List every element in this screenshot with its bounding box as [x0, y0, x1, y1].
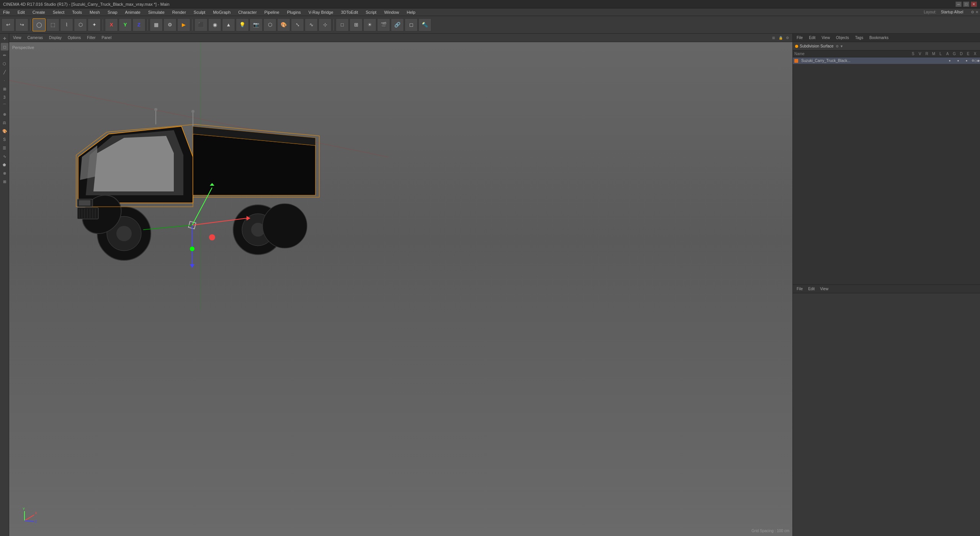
- spline-button[interactable]: ∿: [305, 18, 318, 31]
- close-button[interactable]: ✕: [971, 2, 977, 7]
- menu-vraybridge[interactable]: V-Ray Bridge: [307, 9, 335, 15]
- menu-window[interactable]: Window: [382, 9, 400, 15]
- snap-button[interactable]: 🔗: [391, 18, 404, 31]
- menu-pipeline[interactable]: Pipeline: [263, 9, 281, 15]
- view-menu[interactable]: View: [11, 35, 23, 40]
- sphere-button[interactable]: ◉: [208, 18, 221, 31]
- rectangle-selection-button[interactable]: ⬚: [46, 18, 59, 31]
- viewport-settings[interactable]: ⚙: [785, 35, 790, 41]
- material-button[interactable]: ⬡: [263, 18, 276, 31]
- tool-paint[interactable]: ✏: [1, 51, 8, 59]
- menu-plugins[interactable]: Plugins: [286, 9, 302, 15]
- menu-snap[interactable]: Snap: [106, 9, 119, 15]
- texture-button[interactable]: 🎨: [277, 18, 290, 31]
- scene-bookmarks-tab[interactable]: Bookmarks: [868, 35, 890, 41]
- shading-button[interactable]: □: [336, 18, 349, 31]
- selection-group: ◯ ⬚ ⌇ ⬡ ✦: [33, 18, 101, 31]
- info-button[interactable]: 🔦: [418, 18, 431, 31]
- tool-sculpt[interactable]: ⌒: [1, 102, 8, 109]
- cone-button[interactable]: ▲: [222, 18, 235, 31]
- menu-script[interactable]: Script: [364, 9, 378, 15]
- display-menu[interactable]: Display: [47, 35, 63, 40]
- menu-mograph[interactable]: MoGraph: [211, 9, 232, 15]
- z-axis-button[interactable]: Z: [132, 18, 145, 31]
- tool-select[interactable]: ◻: [1, 43, 8, 51]
- x-axis-button[interactable]: X: [105, 18, 118, 31]
- free-select-button[interactable]: ✦: [88, 18, 101, 31]
- viewport-lock[interactable]: 🔒: [778, 35, 783, 41]
- tool-extra[interactable]: ⬟: [1, 161, 8, 168]
- live-selection-button[interactable]: ◯: [33, 18, 46, 31]
- maximize-button[interactable]: □: [963, 2, 969, 7]
- menu-mesh[interactable]: Mesh: [88, 9, 101, 15]
- nurbs-button[interactable]: ⊹: [318, 18, 332, 31]
- scene-objects-tab[interactable]: Objects: [835, 35, 851, 41]
- menu-simulate[interactable]: Simulate: [147, 9, 166, 15]
- tool-layer[interactable]: ☰: [1, 144, 8, 152]
- tool-spline-tool[interactable]: ∿: [1, 152, 8, 160]
- tool-grid[interactable]: ⊞: [1, 178, 8, 185]
- scene-item-row[interactable]: Subdivision Surface ⚙ ▼: [793, 42, 980, 51]
- attr-view-tab[interactable]: View: [818, 286, 830, 292]
- render-button[interactable]: ▶: [177, 18, 190, 31]
- render-settings-button[interactable]: ⚙: [163, 18, 176, 31]
- viewport-maximize[interactable]: ⊞: [771, 35, 776, 41]
- col-name: Name: [794, 52, 910, 56]
- scene-tags-tab[interactable]: Tags: [854, 35, 865, 41]
- light-button[interactable]: 💡: [236, 18, 249, 31]
- scene-edit-tab[interactable]: Edit: [807, 35, 817, 41]
- filter-menu[interactable]: Filter: [85, 35, 97, 40]
- object-row-truck[interactable]: Suzuki_Carry_Truck_Black... ● ● ● ⚙◻◉⬡▸✕: [793, 57, 980, 64]
- obj-col-r: ●: [963, 59, 970, 62]
- menu-sculpt[interactable]: Sculpt: [192, 9, 207, 15]
- options-menu[interactable]: Options: [66, 35, 82, 40]
- camera-button[interactable]: 📷: [250, 18, 263, 31]
- lasso-selection-button[interactable]: ⌇: [60, 18, 73, 31]
- scene-button[interactable]: 🎬: [377, 18, 390, 31]
- menu-bar: File Edit Create Select Tools Mesh Snap …: [0, 8, 980, 16]
- minimize-button[interactable]: ─: [956, 2, 962, 7]
- tool-joint[interactable]: ⊕: [1, 110, 8, 118]
- menu-select[interactable]: Select: [51, 9, 66, 15]
- menu-render[interactable]: Render: [171, 9, 188, 15]
- menu-animate[interactable]: Animate: [124, 9, 142, 15]
- tool-weight[interactable]: ⚖: [1, 119, 8, 126]
- wireframe-button[interactable]: ⊞: [350, 18, 363, 31]
- undo-button[interactable]: ↩: [2, 18, 15, 31]
- tool-s[interactable]: S: [1, 136, 8, 143]
- tool-point[interactable]: ·: [1, 77, 8, 84]
- deformer-button[interactable]: ⤡: [291, 18, 304, 31]
- menu-edit[interactable]: Edit: [16, 9, 26, 15]
- y-axis-button[interactable]: Y: [119, 18, 132, 31]
- attr-edit-tab[interactable]: Edit: [807, 286, 816, 292]
- menu-character[interactable]: Character: [237, 9, 258, 15]
- tool-uv[interactable]: ⊞: [1, 85, 8, 93]
- menu-help[interactable]: Help: [405, 9, 417, 15]
- redo-button[interactable]: ↪: [15, 18, 28, 31]
- menu-3dtoedit[interactable]: 3DToEdit: [340, 9, 360, 15]
- scene-view-tab[interactable]: View: [820, 35, 831, 41]
- viewport-3d[interactable]: Perspective: [9, 42, 792, 536]
- cameras-menu[interactable]: Cameras: [26, 35, 45, 40]
- scene-file-tab[interactable]: File: [795, 35, 804, 41]
- menu-tools[interactable]: Tools: [70, 9, 83, 15]
- cube-button[interactable]: ⬛: [194, 18, 207, 31]
- tool-texture[interactable]: 🎨: [1, 127, 8, 135]
- tool-snap2[interactable]: ⊗: [1, 169, 8, 177]
- attr-file-tab[interactable]: File: [795, 286, 804, 292]
- workplane-button[interactable]: ◻: [405, 18, 418, 31]
- menu-create[interactable]: Create: [31, 9, 47, 15]
- menu-file[interactable]: File: [2, 9, 11, 15]
- svg-point-11: [263, 204, 307, 248]
- svg-rect-27: [79, 200, 90, 206]
- svg-point-6: [116, 226, 132, 241]
- polygon-selection-button[interactable]: ⬡: [74, 18, 87, 31]
- panel-menu[interactable]: Panel: [100, 35, 113, 40]
- tool-edge[interactable]: ╱: [1, 68, 8, 76]
- layout-preset[interactable]: Startup Allsel: [941, 10, 963, 14]
- tool-3[interactable]: 3: [1, 93, 8, 101]
- tool-polygon[interactable]: ⬡: [1, 60, 8, 67]
- viewport-render-button[interactable]: ▦: [150, 18, 163, 31]
- tool-move[interactable]: ✛: [1, 34, 8, 42]
- light-setup-button[interactable]: ☀: [363, 18, 376, 31]
